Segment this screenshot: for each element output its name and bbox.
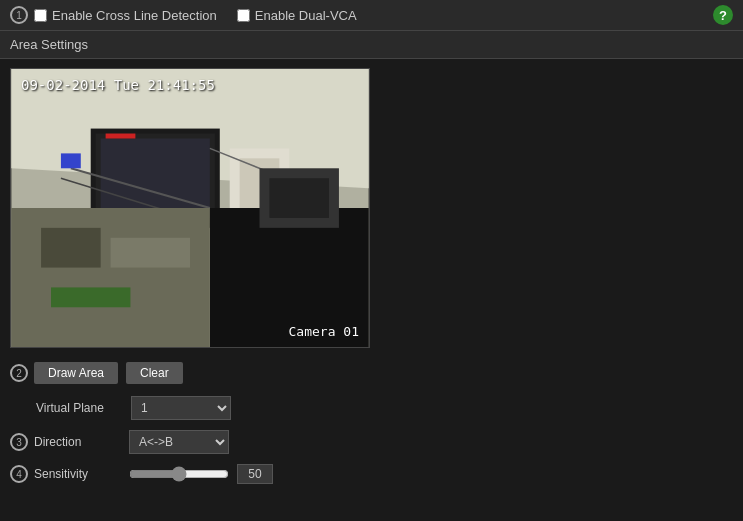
svg-rect-12 xyxy=(269,178,329,218)
sensitivity-row: 4 Sensitivity 50 xyxy=(10,464,733,484)
slider-container: 50 xyxy=(129,464,273,484)
svg-rect-17 xyxy=(106,134,136,139)
direction-row: 3 Direction A<->B A->B B->A xyxy=(10,430,733,454)
svg-rect-15 xyxy=(111,238,190,268)
direction-label: Direction xyxy=(34,435,129,449)
enable-dual-vca-label[interactable]: Enable Dual-VCA xyxy=(237,8,357,23)
main-content: 09-02-2014 Tue 21:41:55 Camera 01 xyxy=(0,63,743,353)
virtual-plane-label: Virtual Plane xyxy=(36,401,131,415)
top-bar: 1 Enable Cross Line Detection Enable Dua… xyxy=(0,0,743,31)
enable-cross-line-label[interactable]: Enable Cross Line Detection xyxy=(34,8,217,23)
help-icon[interactable]: ? xyxy=(713,5,733,25)
enable-dual-vca-checkbox[interactable] xyxy=(237,9,250,22)
draw-area-row: 2 Draw Area Clear xyxy=(10,358,733,388)
virtual-plane-row: Virtual Plane 1 2 3 4 xyxy=(36,396,733,420)
sensitivity-slider[interactable] xyxy=(129,466,229,482)
camera-feed xyxy=(11,69,369,347)
area-settings-bar: Area Settings xyxy=(0,31,743,59)
draw-area-button[interactable]: Draw Area xyxy=(34,362,118,384)
svg-rect-14 xyxy=(41,228,101,268)
sensitivity-label: Sensitivity xyxy=(34,467,129,481)
svg-rect-16 xyxy=(51,287,130,307)
bottom-controls: 2 Draw Area Clear Virtual Plane 1 2 3 4 … xyxy=(0,358,743,484)
area-settings-title: Area Settings xyxy=(10,37,88,52)
step3-circle: 3 xyxy=(10,433,28,451)
camera-timestamp: 09-02-2014 Tue 21:41:55 xyxy=(21,77,215,93)
svg-rect-4 xyxy=(101,139,210,218)
step2-circle: 2 xyxy=(10,364,28,382)
clear-button[interactable]: Clear xyxy=(126,362,183,384)
step4-circle: 4 xyxy=(10,465,28,483)
svg-rect-18 xyxy=(61,153,81,168)
direction-select[interactable]: A<->B A->B B->A xyxy=(129,430,229,454)
svg-rect-13 xyxy=(11,208,210,347)
step1-circle: 1 xyxy=(10,6,28,24)
camera-container: 09-02-2014 Tue 21:41:55 Camera 01 xyxy=(10,68,370,348)
virtual-plane-select[interactable]: 1 2 3 4 xyxy=(131,396,231,420)
enable-cross-line-checkbox[interactable] xyxy=(34,9,47,22)
sensitivity-value: 50 xyxy=(237,464,273,484)
camera-label: Camera 01 xyxy=(289,324,359,339)
